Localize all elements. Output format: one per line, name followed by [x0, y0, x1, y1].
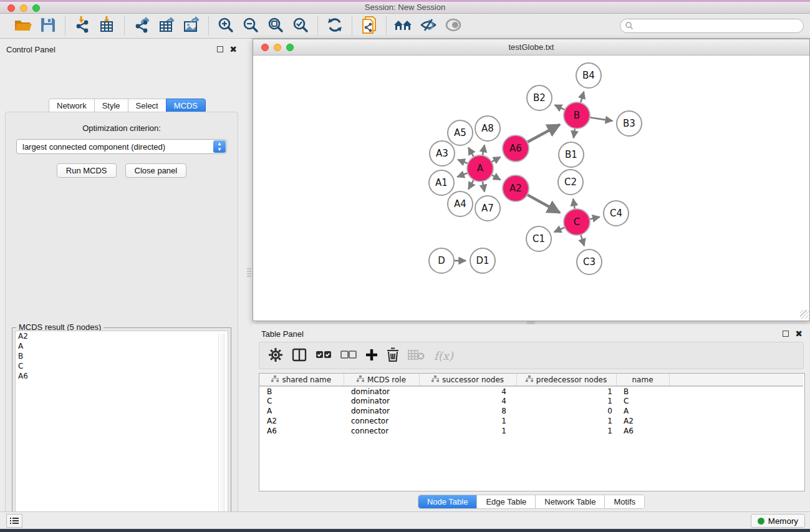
- result-item[interactable]: B: [16, 351, 228, 361]
- table-row[interactable]: Bdominator41B: [259, 386, 803, 396]
- cell-MCDS-role[interactable]: dominator: [344, 406, 419, 416]
- table-row[interactable]: A6connector11A6: [259, 426, 803, 436]
- cell-shared-name[interactable]: C: [259, 396, 344, 406]
- cell-name[interactable]: A2: [616, 416, 669, 426]
- result-item[interactable]: C: [16, 361, 228, 371]
- table-row[interactable]: Adominator80A: [259, 406, 803, 416]
- edge-B-B3[interactable]: [590, 117, 613, 121]
- close-table-panel-icon[interactable]: ✖: [795, 331, 803, 337]
- export-image-button[interactable]: [181, 16, 202, 36]
- mcds-result-list[interactable]: A2ABCA6: [15, 331, 228, 530]
- cell-name[interactable]: C: [616, 396, 669, 406]
- network-zoom-button[interactable]: [286, 44, 294, 51]
- node-table[interactable]: shared nameMCDS rolesuccessor nodesprede…: [259, 373, 805, 491]
- edge-A-A4[interactable]: [468, 180, 474, 189]
- node-A3[interactable]: A3: [430, 141, 455, 166]
- edge-A2-C[interactable]: [527, 195, 559, 213]
- cell-successor-nodes[interactable]: 1: [419, 426, 516, 436]
- tab-network-table[interactable]: Network Table: [536, 495, 605, 508]
- clear-table-button[interactable]: [408, 349, 425, 363]
- cell-predecessor-nodes[interactable]: 1: [516, 396, 616, 406]
- edge-C-C2[interactable]: [573, 199, 575, 210]
- result-scrollbar[interactable]: [218, 334, 225, 527]
- tab-style[interactable]: Style: [94, 99, 128, 113]
- open-session-button[interactable]: [12, 16, 34, 36]
- node-B3[interactable]: B3: [617, 111, 642, 136]
- tab-motifs[interactable]: Motifs: [605, 495, 644, 508]
- search-input[interactable]: [620, 19, 804, 33]
- close-panel-button[interactable]: Close panel: [125, 163, 187, 178]
- export-network-button[interactable]: [131, 16, 152, 36]
- node-C2[interactable]: C2: [558, 170, 583, 195]
- vertical-divider-grip[interactable]: [247, 268, 251, 278]
- deselect-all-button[interactable]: [340, 351, 357, 361]
- cell-shared-name[interactable]: A: [259, 406, 344, 416]
- edge-A6-B[interactable]: [527, 125, 559, 142]
- network-canvas[interactable]: B4B2BB3A8A5A6A3B1AC2A1A2A4A7C4CC1C3DD1: [254, 56, 808, 318]
- node-A1[interactable]: A1: [429, 170, 454, 195]
- node-D1[interactable]: D1: [470, 248, 495, 273]
- cell-predecessor-nodes[interactable]: 1: [516, 386, 616, 396]
- edge-C-C3[interactable]: [581, 235, 584, 246]
- edge-A-A1[interactable]: [457, 173, 468, 177]
- new-network-from-selection-button[interactable]: [359, 16, 380, 36]
- cell-predecessor-nodes[interactable]: 1: [516, 416, 616, 426]
- import-table-button[interactable]: [97, 16, 118, 36]
- edge-A-A2[interactable]: [491, 175, 500, 180]
- result-item[interactable]: A2: [16, 331, 228, 341]
- zoom-fit-button[interactable]: [265, 16, 286, 36]
- tab-network[interactable]: Network: [49, 99, 94, 113]
- delete-column-button[interactable]: [387, 347, 399, 364]
- network-window-titlebar[interactable]: testGlobe.txt: [253, 39, 809, 56]
- network-graph[interactable]: B4B2BB3A8A5A6A3B1AC2A1A2A4A7C4CC1C3DD1: [254, 56, 808, 318]
- column-header-shared-name[interactable]: shared name: [259, 374, 344, 386]
- column-header-predecessor-nodes[interactable]: predecessor nodes: [516, 374, 616, 386]
- node-C1[interactable]: C1: [526, 226, 551, 251]
- cell-MCDS-role[interactable]: connector: [344, 426, 419, 436]
- tab-select[interactable]: Select: [128, 99, 166, 113]
- node-D[interactable]: D: [429, 248, 454, 273]
- edge-B-B4[interactable]: [581, 92, 584, 103]
- node-A2[interactable]: A2: [503, 175, 529, 201]
- table-row[interactable]: A2connector11A2: [259, 416, 803, 426]
- cell-name[interactable]: A6: [616, 426, 669, 436]
- optimization-criterion-dropdown[interactable]: largest connected component (directed) ▲…: [16, 139, 227, 154]
- edge-A-A8[interactable]: [483, 145, 485, 156]
- table-row[interactable]: Cdominator41C: [259, 396, 803, 406]
- close-panel-icon[interactable]: ✖: [229, 46, 237, 52]
- node-C4[interactable]: C4: [604, 201, 629, 226]
- zoom-in-button[interactable]: [215, 16, 236, 36]
- tab-mcds[interactable]: MCDS: [166, 99, 206, 113]
- edge-B-B1[interactable]: [574, 128, 575, 138]
- run-mcds-button[interactable]: Run MCDS: [57, 163, 117, 178]
- tab-node-table[interactable]: Node Table: [418, 495, 478, 508]
- edge-B-B2[interactable]: [554, 105, 565, 110]
- result-item[interactable]: A: [16, 341, 228, 351]
- first-neighbors-button[interactable]: [393, 16, 414, 36]
- cell-successor-nodes[interactable]: 4: [419, 396, 516, 406]
- refresh-layout-button[interactable]: [324, 16, 345, 36]
- column-header-successor-nodes[interactable]: successor nodes: [419, 374, 516, 386]
- network-minimize-button[interactable]: [274, 44, 281, 51]
- network-close-button[interactable]: [261, 44, 269, 51]
- tab-edge-table[interactable]: Edge Table: [477, 495, 536, 508]
- node-A6[interactable]: A6: [503, 135, 529, 162]
- node-A[interactable]: A: [467, 155, 493, 181]
- node-B2[interactable]: B2: [527, 85, 552, 110]
- cell-shared-name[interactable]: B: [259, 386, 344, 396]
- select-all-button[interactable]: [316, 351, 332, 361]
- resize-grip-icon[interactable]: [800, 310, 809, 319]
- hide-selected-button[interactable]: [418, 16, 439, 36]
- column-header-name[interactable]: name: [616, 374, 669, 386]
- node-A4[interactable]: A4: [448, 191, 473, 216]
- show-all-button[interactable]: [443, 16, 464, 36]
- cell-MCDS-role[interactable]: connector: [344, 416, 419, 426]
- cell-MCDS-role[interactable]: dominator: [344, 386, 419, 396]
- task-history-button[interactable]: [6, 514, 22, 528]
- export-table-button[interactable]: [156, 16, 177, 36]
- float-table-panel-icon[interactable]: [783, 331, 789, 337]
- gear-button[interactable]: [268, 347, 283, 364]
- cell-name[interactable]: A: [616, 406, 669, 416]
- edge-A-A7[interactable]: [483, 181, 485, 192]
- horizontal-divider[interactable]: [253, 321, 810, 324]
